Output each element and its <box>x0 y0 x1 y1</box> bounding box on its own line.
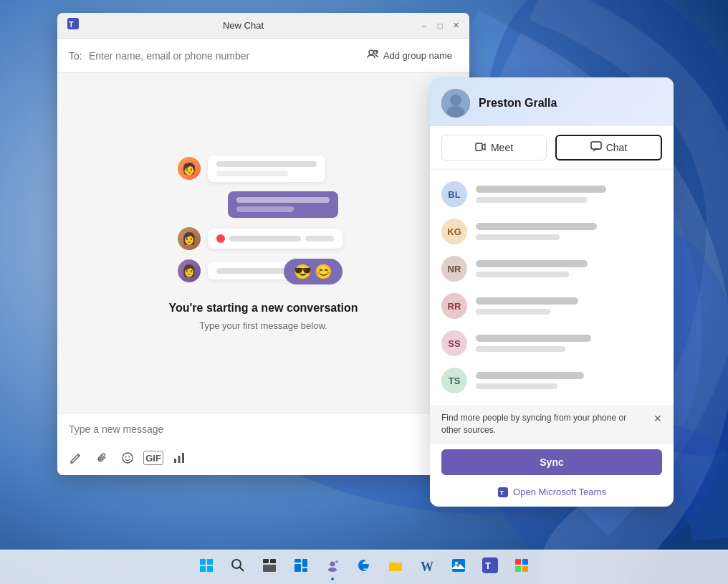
contact-avatar <box>441 89 470 118</box>
contact-initials-kg: KG <box>441 219 467 244</box>
new-chat-window: T New Chat − □ ✕ To: Add gro <box>57 13 469 475</box>
contact-initials-bl: BL <box>441 181 467 207</box>
svg-rect-29 <box>270 559 276 563</box>
svg-rect-12 <box>174 459 176 463</box>
svg-rect-34 <box>302 568 307 572</box>
window-title: New Chat <box>67 20 419 31</box>
svg-rect-45 <box>515 566 521 572</box>
message-input[interactable] <box>57 413 469 445</box>
contacts-list: BL KG NR RR <box>430 170 674 405</box>
svg-rect-19 <box>591 142 601 149</box>
svg-text:T: T <box>485 560 491 571</box>
contact-info-ss <box>476 335 662 352</box>
minimize-button[interactable]: − <box>419 21 429 31</box>
svg-point-36 <box>328 568 337 572</box>
contact-item-ts[interactable]: TS <box>430 362 674 399</box>
svg-point-16 <box>450 95 461 106</box>
svg-rect-33 <box>302 559 307 567</box>
message-input-area: GIF <box>57 413 469 475</box>
chat-button[interactable]: Chat <box>555 135 662 161</box>
contact-initials-rr: RR <box>441 293 467 319</box>
svg-rect-25 <box>207 566 213 572</box>
contact-header: Preston Gralla <box>430 77 674 126</box>
video-icon <box>475 141 487 155</box>
svg-rect-24 <box>200 566 206 572</box>
contact-item-bl[interactable]: BL <box>430 176 674 213</box>
maximize-button[interactable]: □ <box>435 21 445 31</box>
to-bar: To: Add group name <box>57 39 469 73</box>
contact-name: Preston Gralla <box>479 97 557 110</box>
close-button[interactable]: ✕ <box>451 21 461 31</box>
edge-button[interactable] <box>350 553 378 582</box>
contact-info-ts <box>476 372 662 389</box>
teams-button[interactable]: T <box>476 553 504 582</box>
contact-initials-nr: NR <box>441 256 467 282</box>
svg-line-27 <box>240 568 244 572</box>
sync-banner-text: Find more people by syncing from your ph… <box>441 412 648 436</box>
store-button[interactable] <box>507 553 536 582</box>
svg-point-40 <box>455 562 458 565</box>
contact-info-nr <box>476 260 662 277</box>
svg-point-9 <box>123 453 133 463</box>
search-button[interactable] <box>224 553 252 582</box>
svg-rect-14 <box>182 453 184 463</box>
contact-card: Preston Gralla Meet Chat BL KG <box>430 77 674 507</box>
message-toolbar: GIF <box>57 445 469 475</box>
svg-rect-30 <box>263 565 276 572</box>
word-button[interactable]: W <box>413 553 441 582</box>
svg-rect-32 <box>294 564 301 572</box>
taskbar: W T <box>0 550 728 584</box>
contact-item-kg[interactable]: KG <box>430 213 674 250</box>
recipient-input[interactable] <box>89 50 355 62</box>
svg-rect-44 <box>522 559 528 565</box>
conversation-subtext: Type your first message below. <box>199 320 327 331</box>
contact-initials-ts: TS <box>441 368 467 393</box>
widgets-button[interactable] <box>287 553 315 582</box>
svg-rect-28 <box>263 559 269 563</box>
teams-chat-button[interactable] <box>318 553 347 582</box>
contact-info-bl <box>476 186 662 203</box>
svg-rect-13 <box>178 456 181 463</box>
task-view-button[interactable] <box>255 553 284 582</box>
add-group-button[interactable]: Add group name <box>360 45 458 67</box>
svg-point-10 <box>125 456 127 458</box>
svg-rect-31 <box>294 559 301 563</box>
gif-icon[interactable]: GIF <box>143 451 163 465</box>
chart-icon[interactable] <box>169 448 189 468</box>
svg-rect-43 <box>515 559 521 565</box>
svg-point-11 <box>129 456 130 458</box>
sync-banner-close[interactable]: ✕ <box>653 412 662 426</box>
emoji-icon[interactable] <box>118 448 138 468</box>
chat-label: Chat <box>606 142 628 153</box>
pen-icon[interactable] <box>66 448 86 468</box>
svg-point-35 <box>330 562 335 567</box>
contact-item-ss[interactable]: SS <box>430 325 674 362</box>
window-controls: − □ ✕ <box>419 21 461 31</box>
chat-illustration: 🧑 👩 <box>156 155 371 284</box>
start-button[interactable] <box>192 553 221 582</box>
svg-point-17 <box>447 106 464 118</box>
to-label: To: <box>69 50 83 62</box>
explorer-button[interactable] <box>381 553 410 582</box>
contact-info-rr <box>476 297 662 315</box>
contact-info-kg <box>476 223 662 240</box>
conversation-heading: You're starting a new conversation <box>168 302 358 315</box>
svg-rect-46 <box>522 566 528 572</box>
attach-icon[interactable] <box>92 448 112 468</box>
chat-icon <box>590 141 602 155</box>
open-teams-label: Open Microsoft Teams <box>513 487 606 497</box>
open-teams-link[interactable]: T Open Microsoft Teams <box>430 481 674 507</box>
action-buttons: Meet Chat <box>430 126 674 170</box>
meet-label: Meet <box>491 142 513 153</box>
add-group-icon <box>366 48 379 64</box>
svg-point-5 <box>369 50 373 54</box>
svg-rect-38 <box>389 563 402 571</box>
contact-item-rr[interactable]: RR <box>430 287 674 325</box>
chat-body: 🧑 👩 <box>57 73 469 413</box>
meet-button[interactable]: Meet <box>441 135 547 161</box>
photos-button[interactable] <box>444 553 473 582</box>
svg-point-26 <box>232 560 241 568</box>
sync-banner: Find more people by syncing from your ph… <box>430 405 674 444</box>
sync-button[interactable]: Sync <box>441 449 662 475</box>
contact-item-nr[interactable]: NR <box>430 250 674 287</box>
